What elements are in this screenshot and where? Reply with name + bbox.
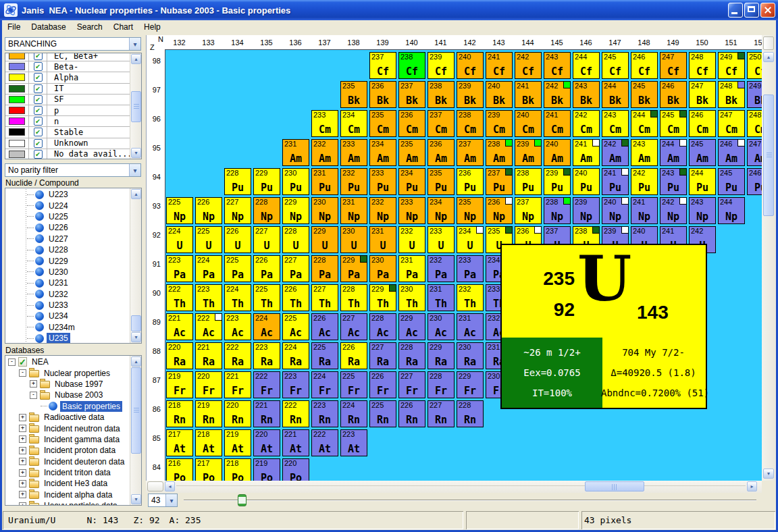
nuclide-cell[interactable]: 222Ra	[224, 342, 251, 369]
nuclide-cell[interactable]: 227Fr	[398, 371, 425, 398]
db-item[interactable]: +Incident gamma data	[5, 434, 130, 445]
db-item[interactable]: +Incident alpha data	[5, 489, 130, 500]
nuclide-cell[interactable]: 227Rn	[427, 400, 455, 427]
nuclide-item[interactable]: U235	[5, 333, 130, 344]
nuclide-cell[interactable]: 227Np	[224, 197, 251, 224]
nuclide-cell[interactable]: 230U	[340, 226, 367, 253]
close-button[interactable]	[760, 3, 775, 18]
nuclide-cell[interactable]: 233U	[427, 226, 455, 253]
nuclide-chart[interactable]: N Z 235 U 92 143 ~26 m 1/2+ Eex=0.0765 I…	[146, 35, 762, 481]
legend-item[interactable]: ✔n	[5, 116, 130, 127]
nuclide-cell[interactable]: 233Am	[340, 139, 367, 166]
nuclide-cell[interactable]: 242Pu	[631, 168, 658, 195]
db-item[interactable]: +Radioactive data	[5, 412, 130, 423]
legend-checkbox[interactable]: ✔	[34, 106, 43, 115]
nuclide-cell[interactable]: 224Fr	[311, 371, 338, 398]
nuclide-item[interactable]: U224	[5, 200, 130, 211]
nuclide-cell[interactable]: 222Fr	[253, 371, 280, 398]
nuclide-cell[interactable]: 225Pa	[224, 255, 251, 282]
nuclide-cell[interactable]: 237Am	[457, 139, 484, 166]
nuclide-cell[interactable]: 225Th	[253, 284, 280, 311]
nuclide-cell[interactable]: 228Pu	[224, 168, 251, 195]
minimize-button[interactable]	[728, 3, 743, 18]
nuclide-item[interactable]: U223	[5, 189, 130, 200]
nuclide-cell[interactable]: 223At	[340, 429, 367, 456]
nuclide-cell[interactable]: 218Rn	[166, 400, 193, 427]
tree-expander[interactable]: +	[19, 502, 26, 506]
parity-filter-combobox[interactable]: No parity filter ▾	[5, 163, 141, 177]
nuclide-cell[interactable]: 236Pu	[457, 168, 484, 195]
legend-item[interactable]: ✔SF	[5, 95, 130, 105]
nuclide-cell[interactable]: 232U	[398, 226, 425, 253]
tree-expander[interactable]: -	[19, 369, 26, 377]
legend-checkbox[interactable]: ✔	[34, 128, 43, 136]
nuclide-cell[interactable]: 231Am	[282, 139, 309, 166]
nuclide-cell[interactable]: 239Np	[573, 197, 600, 224]
nuclide-cell[interactable]: 242Cm	[573, 110, 600, 137]
nuclide-item[interactable]: U228	[5, 244, 130, 255]
nuclide-cell[interactable]: 229Pa	[340, 255, 367, 282]
nuclide-cell[interactable]: 240Cm	[515, 110, 542, 137]
nuclide-cell[interactable]: 230Pu	[282, 168, 309, 195]
nuclide-cell[interactable]: 226Np	[195, 197, 222, 224]
nuclide-cell[interactable]: 249Cf	[718, 52, 745, 79]
nuclide-item[interactable]: U230	[5, 267, 130, 277]
nuclide-cell[interactable]: 242Am	[602, 139, 629, 166]
nuclide-cell[interactable]: 216Po	[166, 458, 193, 481]
nuclide-cell[interactable]: 238Pu	[515, 168, 542, 195]
nuclide-cell[interactable]: 227Ac	[340, 313, 367, 340]
nuclide-cell[interactable]: 228Fr	[427, 371, 455, 398]
nuclide-cell[interactable]: 249Bk	[747, 81, 762, 108]
nuclide-cell[interactable]: 218At	[195, 429, 222, 456]
nuclide-cell[interactable]: 227U	[253, 226, 280, 253]
db-item[interactable]: +Incident proton data	[5, 445, 130, 456]
nuclide-cell[interactable]: 220Po	[282, 458, 309, 481]
nuclide-cell[interactable]: 236Bk	[369, 81, 396, 108]
nuclide-item[interactable]: U231	[5, 277, 130, 288]
nuclide-cell[interactable]: 226U	[224, 226, 251, 253]
maximize-button[interactable]	[744, 3, 759, 18]
db-item[interactable]: -Nubase 2003	[5, 390, 130, 400]
nuclide-cell[interactable]: 226Th	[282, 284, 309, 311]
nuclide-cell[interactable]: 245Cm	[660, 110, 687, 137]
menu-item-file[interactable]: File	[2, 21, 26, 33]
zoom-slider[interactable]	[184, 494, 759, 507]
nuclide-item[interactable]: U226	[5, 222, 130, 233]
legend-checkbox[interactable]: ✔	[34, 150, 43, 159]
nuclide-cell[interactable]: 244Am	[660, 139, 687, 166]
nuclide-cell[interactable]: 225Ac	[282, 313, 309, 340]
nuclide-cell[interactable]: 239Pu	[544, 168, 571, 195]
nuclide-cell[interactable]: 217At	[166, 429, 193, 456]
nuclide-cell[interactable]: 247Cm	[718, 110, 745, 137]
tree-expander[interactable]: -	[8, 358, 16, 366]
menu-item-help[interactable]: Help	[138, 21, 166, 33]
nuclide-cell[interactable]: 243Bk	[573, 81, 600, 108]
nuclide-cell[interactable]: 228Np	[253, 197, 280, 224]
chevron-down-icon[interactable]: ▾	[165, 494, 177, 506]
nuclide-cell[interactable]: 228U	[282, 226, 309, 253]
nuclide-cell[interactable]: 248Cf	[689, 52, 716, 79]
nuclide-cell[interactable]: 238Cm	[457, 110, 484, 137]
nuclide-cell[interactable]: 242Bk	[544, 81, 571, 108]
nuclide-cell[interactable]: 228Ac	[369, 313, 396, 340]
nuclide-cell[interactable]: 226Ra	[340, 342, 367, 369]
nuclide-cell[interactable]: 237Cm	[427, 110, 455, 137]
nuclide-cell[interactable]: 220Rn	[224, 400, 251, 427]
scrollbar-track[interactable]	[176, 485, 746, 488]
nuclide-cell[interactable]: 227Th	[311, 284, 338, 311]
chevron-down-icon[interactable]: ▾	[129, 38, 140, 50]
nuclide-cell[interactable]: 247Bk	[689, 81, 716, 108]
nuclide-cell[interactable]: 236Np	[486, 197, 513, 224]
nuclide-cell[interactable]: 228Rn	[457, 400, 484, 427]
scroll-down-button[interactable]: ▾	[131, 332, 141, 342]
chart-vertical-scrollbar[interactable]: ▴ ▾	[762, 35, 775, 481]
nuclide-cell[interactable]: 233Pa	[457, 255, 484, 282]
nuclide-cell[interactable]: 241Cm	[544, 110, 571, 137]
nuclide-cell[interactable]: 228Th	[340, 284, 367, 311]
nuclide-cell[interactable]: 230Np	[311, 197, 338, 224]
nuclide-cell[interactable]: 248Cm	[747, 110, 762, 137]
legend-checkbox[interactable]: ✔	[34, 53, 43, 60]
db-item[interactable]: -✓NEA	[5, 356, 130, 367]
scroll-down-button[interactable]: ▾	[763, 469, 774, 479]
legend-checkbox[interactable]: ✔	[34, 95, 43, 104]
